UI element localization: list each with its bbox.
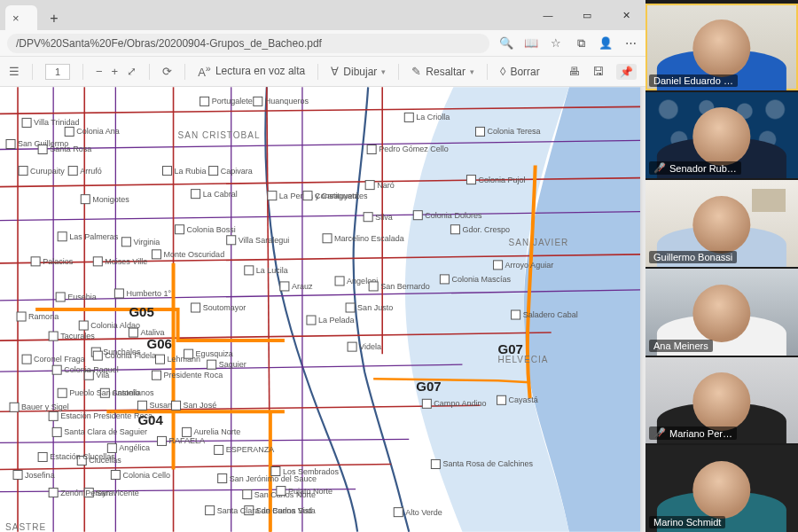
route-shield <box>155 355 164 364</box>
route-shield <box>183 427 192 436</box>
participant-tile[interactable]: Daniel Eduardo … <box>645 4 798 90</box>
city-label: Ñaró <box>377 181 395 190</box>
route-shield <box>218 474 227 483</box>
city-label: Las Palmeras <box>69 232 119 241</box>
video-conference-with-screenshare: × + — ▭ ✕ /DPV%20Santa%20Fe/Obras/202009… <box>0 0 798 532</box>
window-maximize-button[interactable]: ▭ <box>567 0 606 30</box>
city-label: La Rubia <box>175 167 207 176</box>
chevron-down-icon: ▾ <box>381 67 386 76</box>
dept-san-javier: SAN JAVIER <box>509 238 569 247</box>
route-shield <box>422 399 431 408</box>
route-shield <box>394 508 403 517</box>
page-number-field[interactable]: 1 <box>45 64 70 80</box>
highlight-label: Resaltar <box>426 66 466 78</box>
city-label: Colonia Bossi <box>187 225 236 234</box>
erase-button[interactable]: ◊ Borrar <box>500 65 540 78</box>
route-shield <box>137 401 146 410</box>
route-shield <box>497 395 506 404</box>
zoom-group: − + ⤢ <box>96 65 137 78</box>
tab-close-icon[interactable]: × <box>12 12 20 25</box>
route-shield <box>79 321 88 330</box>
participant-name-badge: Ana Meiners <box>649 340 713 352</box>
participant-tile[interactable]: 🎤̸Mariano Per… <box>645 357 798 444</box>
new-tab-button[interactable]: + <box>43 7 66 30</box>
route-shield <box>58 388 66 397</box>
window-minimize-button[interactable]: — <box>528 0 567 30</box>
fit-width-button[interactable]: ⤢ <box>127 65 137 78</box>
pin-toolbar-button[interactable]: 📌 <box>616 64 637 80</box>
route-shield <box>475 127 484 136</box>
draw-button[interactable]: ∀ Dibujar ▾ <box>331 65 386 78</box>
profile-icon[interactable]: 👤 <box>598 36 614 50</box>
save-button[interactable]: 🖫 <box>592 65 604 78</box>
route-shield <box>6 139 15 148</box>
city-label: Campo Andino <box>434 399 486 408</box>
participant-name: Daniel Eduardo … <box>653 75 733 86</box>
window-controls: — ▭ ✕ <box>528 0 645 30</box>
city-label: Santa Clara de Saguier <box>64 427 147 436</box>
route-shield <box>49 489 58 497</box>
muted-icon: 🎤̸ <box>653 162 666 174</box>
city-label: Capivara <box>221 167 254 176</box>
city-label: Monigotes <box>92 195 129 204</box>
city-label: Colonia Dolores <box>425 211 482 220</box>
zoom-in-button[interactable]: + <box>112 65 119 78</box>
city-label: Marcelino Escalada <box>334 234 405 243</box>
route-shield <box>52 427 61 436</box>
participant-tile[interactable]: Guillermo Bonassi <box>645 180 798 267</box>
zone-label-g07b: G07 <box>416 379 441 394</box>
pdf-toolbar: ☰ 1 − + ⤢ ⟳ A» Lectura en voz alta <box>0 57 645 87</box>
print-button[interactable]: 🖶 <box>568 65 580 78</box>
city-label: La Pelada <box>318 316 356 325</box>
more-icon[interactable]: ⋯ <box>622 36 638 50</box>
city-label: Soutomayor <box>203 303 246 312</box>
separator <box>184 64 185 80</box>
participant-tile[interactable]: 🎤̸Senador Rub… <box>645 92 798 179</box>
browser-tab-current[interactable]: × <box>5 5 37 30</box>
read-aloud-label: Lectura en voz alta <box>215 65 305 77</box>
favorite-icon[interactable]: ☆ <box>548 36 564 50</box>
browser-address-bar: /DPV%20Santa%20Fe/Obras/20200904-Grupos_… <box>0 30 645 57</box>
city-label: Pedro Gómez Cello <box>379 145 449 154</box>
participant-tile[interactable]: Marino Schmidt <box>645 445 798 532</box>
route-shield <box>58 232 66 241</box>
rotate-button[interactable]: ⟳ <box>162 65 172 78</box>
toc-icon[interactable]: ☰ <box>9 65 20 78</box>
route-shield <box>413 211 422 220</box>
pdf-page-viewport[interactable]: G05 G06 G04 G07 G07 SAN CRISTOBAL SAN JA… <box>0 87 645 532</box>
map-page: G05 G06 G04 G07 G07 SAN CRISTOBAL SAN JA… <box>0 87 640 532</box>
read-aloud-button[interactable]: A» Lectura en voz alta <box>198 63 305 79</box>
window-close-button[interactable]: ✕ <box>606 0 645 30</box>
read-aloud-toggle-icon[interactable]: 📖 <box>523 36 539 50</box>
city-label: Virginia <box>133 238 160 246</box>
city-label: Zenón Pereyra <box>60 489 114 497</box>
city-label: Pujato Norte <box>288 487 332 496</box>
route-shield <box>254 97 262 106</box>
route-shield <box>13 471 22 480</box>
browser-tabstrip: × + — ▭ ✕ <box>0 0 645 30</box>
city-label: RAFAELA <box>169 436 206 445</box>
route-shield <box>207 360 216 369</box>
url-field[interactable]: /DPV%20Santa%20Fe/Obras/20200904-Grupos_… <box>7 34 489 53</box>
route-shield <box>107 443 116 452</box>
city-label: La Lucila <box>256 266 289 275</box>
city-label: Arrufó <box>80 167 102 176</box>
collections-icon[interactable]: ⧉ <box>573 36 589 51</box>
route-shield <box>277 487 286 496</box>
toc-group: ☰ <box>9 65 20 78</box>
city-label: Angélica <box>119 443 151 452</box>
city-label: Colonia Ana <box>76 127 121 136</box>
zoom-out-button[interactable]: − <box>96 65 103 78</box>
highlight-button[interactable]: ✎ Resaltar ▾ <box>411 65 474 78</box>
city-label: Cayastá <box>509 395 539 404</box>
participant-tile[interactable]: Ana Meiners <box>645 269 798 356</box>
route-shield <box>192 303 200 312</box>
city-label: Portugalete <box>212 97 253 106</box>
rotate-group: ⟳ <box>162 65 172 78</box>
city-label: La Criolla <box>416 113 450 121</box>
route-shield <box>280 282 289 291</box>
route-shield <box>440 275 449 284</box>
city-label: Arauz <box>292 282 313 291</box>
route-shield <box>129 328 137 337</box>
find-icon[interactable]: 🔍 <box>498 36 514 50</box>
